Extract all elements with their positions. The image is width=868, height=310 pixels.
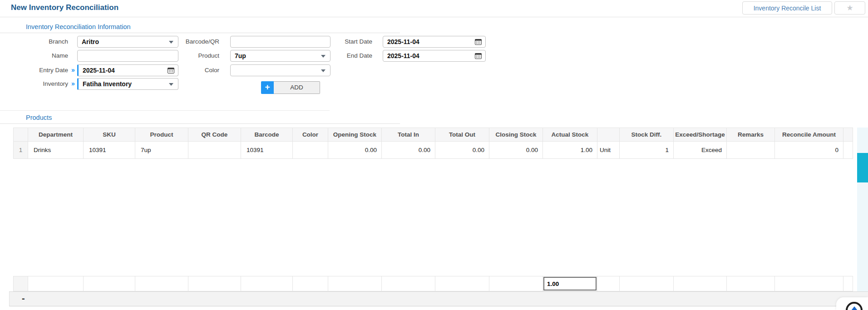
footer-cell-remarks [727,276,775,291]
footer-cell-closing-stock [489,276,543,291]
section-title: Products [26,113,52,122]
cell-color[interactable] [293,142,328,159]
cell-remarks[interactable] [727,142,775,159]
chevron-down-icon [169,83,173,86]
required-marker-icon: » [69,78,77,90]
inventory-select[interactable]: Fatiha Inventory [77,78,178,90]
section-title: Inventory Reconciliation Information [26,22,131,32]
branch-value: Aritro [82,36,99,47]
footer-cell-total-in [382,276,435,291]
inventory-reconcile-list-button[interactable]: Inventory Reconcile List [742,1,832,15]
status-bar: - [9,291,868,306]
cell-stock-diff[interactable]: 1 [620,142,674,159]
section-divider [0,110,330,111]
chevron-down-icon [321,69,326,72]
start-date-label: Start Date [291,36,372,48]
cell-product[interactable]: 7up [135,142,188,159]
cell-unit[interactable]: Unit [597,142,620,159]
end-date-input[interactable]: 2025-11-04 [383,50,486,62]
products-table: Department SKU Product QR Code Barcode C… [13,128,853,159]
footer-cell-trailing [843,276,853,291]
footer-cell-qr-code [188,276,241,291]
col-header-rownum [14,128,28,142]
col-header-trailing [843,128,853,142]
cell-trailing [843,142,853,159]
required-marker-icon: » [69,64,77,76]
color-label: Color [136,64,219,76]
product-value: 7up [235,50,246,61]
footer-cell-stock-diff [620,276,674,291]
vertical-scrollbar-track[interactable] [857,128,868,291]
page-title: New Inventory Reconciliation [11,3,118,12]
cell-exceed-shortage[interactable]: Exceed [674,142,727,159]
cell-reconcile-amount[interactable]: 0 [775,142,843,159]
col-header-color: Color [293,128,328,142]
col-header-exceed-shortage: Exceed/Shortage [674,128,727,142]
footer-cell-total-out [435,276,489,291]
footer-cell-department [28,276,84,291]
barcode-qr-label: Barcode/QR [136,36,219,48]
footer-cell-color [293,276,328,291]
vertical-scrollbar-thumb[interactable] [857,153,868,182]
footer-cell-rownum [14,276,28,291]
col-header-product: Product [135,128,188,142]
app-window: New Inventory Reconciliation Inventory R… [0,0,868,310]
cell-department[interactable]: Drinks [28,142,84,159]
cell-total-out[interactable]: 0.00 [435,142,489,159]
color-select[interactable] [230,64,330,76]
arrow-up-icon [851,306,858,310]
cell-actual-stock[interactable]: 1.00 [543,142,597,159]
col-header-actual-stock: Actual Stock [543,128,597,142]
col-header-barcode: Barcode [241,128,293,142]
inventory-value: Fatiha Inventory [83,79,132,89]
calendar-icon [475,53,482,60]
cell-total-in[interactable]: 0.00 [382,142,435,159]
name-label: Name [0,50,68,62]
entry-date-value: 2025-11-04 [83,65,115,76]
col-header-unit [597,128,620,142]
actual-stock-total-input[interactable] [543,277,597,290]
plus-icon: + [261,81,274,94]
footer-cell-reconcile-amount [775,276,843,291]
add-button-label: ADD [274,81,320,94]
cell-closing-stock[interactable]: 0.00 [489,142,543,159]
col-header-stock-diff: Stock Diff. [620,128,674,142]
cell-opening-stock[interactable]: 0.00 [328,142,382,159]
start-date-value: 2025-11-04 [387,36,419,47]
footer-cell-opening-stock [328,276,382,291]
col-header-remarks: Remarks [727,128,775,142]
col-header-qr-code: QR Code [188,128,241,142]
col-header-total-in: Total In [382,128,435,142]
end-date-value: 2025-11-04 [387,50,419,61]
table-row[interactable]: 1 Drinks 10391 7up 10391 0.00 0.00 0.00 … [14,142,853,159]
end-date-label: End Date [291,50,372,62]
products-table-footer [13,276,853,291]
cell-sku[interactable]: 10391 [84,142,135,159]
table-footer-row [14,276,853,291]
col-header-reconcile-amount: Reconcile Amount [775,128,843,142]
col-header-total-out: Total Out [435,128,489,142]
footer-cell-sku [84,276,135,291]
reconciliation-info-section-header: Inventory Reconciliation Information [0,22,400,33]
calendar-icon [475,39,482,46]
product-label: Product [136,50,219,62]
col-header-department: Department [28,128,84,142]
col-header-closing-stock: Closing Stock [489,128,543,142]
inventory-label: Inventory [0,78,68,90]
page-header: New Inventory Reconciliation Inventory R… [0,0,868,17]
branch-label: Branch [0,36,68,48]
cell-barcode[interactable]: 10391 [241,142,293,159]
collapse-toggle[interactable]: - [22,293,25,304]
add-button[interactable]: + ADD [261,81,320,94]
footer-cell-exceed-shortage [674,276,727,291]
favorite-button[interactable]: ★ [834,1,865,15]
cell-rownum: 1 [14,142,28,159]
entry-date-label: Entry Date [0,64,68,76]
cell-qr-code[interactable] [188,142,241,159]
footer-cell-unit [597,276,620,291]
footer-cell-product [135,276,188,291]
col-header-sku: SKU [84,128,135,142]
products-section-header: Products [0,113,400,124]
col-header-opening-stock: Opening Stock [328,128,382,142]
start-date-input[interactable]: 2025-11-04 [383,36,486,48]
